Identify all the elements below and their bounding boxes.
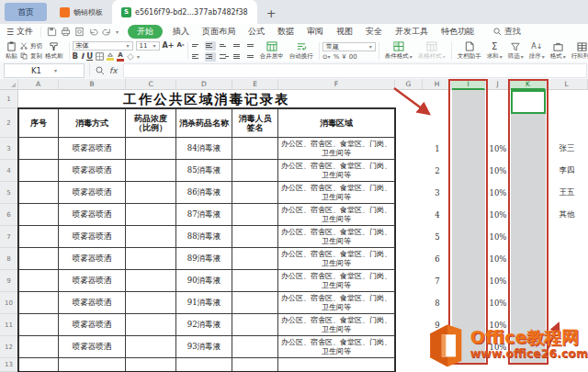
column-header-K[interactable]: K bbox=[511, 79, 546, 90]
cell-J-percent[interactable]: 10% bbox=[485, 160, 511, 182]
table-cell[interactable]: 办公区、宿舍区、食堂区、门岗、卫生间等 bbox=[278, 182, 395, 204]
table-cell[interactable]: 办公区、宿舍区、食堂区、门岗、卫生间等 bbox=[278, 292, 395, 314]
save-icon[interactable] bbox=[47, 27, 57, 37]
format-painter-button[interactable]: 格式刷 bbox=[42, 40, 66, 62]
table-cell[interactable]: 办公区、宿舍区、食堂区、门岗、卫生间等 bbox=[278, 160, 395, 182]
justify-button[interactable] bbox=[232, 52, 243, 62]
row-header-10[interactable]: 10 bbox=[0, 292, 18, 314]
table-cell[interactable] bbox=[18, 270, 59, 292]
quick-access-caret-icon[interactable]: ▾ bbox=[116, 28, 119, 35]
cell-H-number[interactable]: 2 bbox=[423, 160, 452, 182]
cell-L-name[interactable]: 李四 bbox=[546, 160, 588, 182]
table-cell[interactable] bbox=[18, 358, 59, 372]
tab-view[interactable]: 视图 bbox=[330, 26, 359, 38]
table-cell[interactable]: 89消毒液 bbox=[176, 248, 232, 270]
cell-H-number[interactable]: 3 bbox=[423, 182, 452, 204]
table-cell[interactable] bbox=[232, 292, 278, 314]
new-tab-button[interactable]: + bbox=[266, 6, 277, 20]
clear-format-icon[interactable] bbox=[127, 53, 134, 61]
column-header-L[interactable]: L bbox=[546, 79, 588, 90]
table-cell[interactable]: 喷雾器喷洒 bbox=[59, 336, 126, 358]
cell-L-name[interactable]: 张三 bbox=[546, 138, 588, 160]
tab-page-layout[interactable]: 页面布局 bbox=[196, 26, 242, 38]
table-cell[interactable] bbox=[278, 358, 395, 372]
tab-insert[interactable]: 插入 bbox=[166, 26, 196, 38]
active-cell-K1[interactable] bbox=[511, 90, 546, 114]
table-cell[interactable] bbox=[18, 314, 59, 336]
table-cell[interactable] bbox=[232, 248, 278, 270]
table-cell[interactable]: 办公区、宿舍区、食堂区、门岗、卫生间等 bbox=[278, 314, 395, 336]
row-header-12[interactable]: 12 bbox=[0, 336, 18, 358]
table-header-cell[interactable]: 消毒方式 bbox=[59, 108, 126, 138]
file-menu-button[interactable]: ☰ 文件 bbox=[0, 27, 41, 38]
table-cell[interactable] bbox=[126, 226, 176, 248]
number-format-select[interactable]: 常规▾ bbox=[322, 42, 376, 51]
cell-J-percent[interactable]: 10% bbox=[485, 270, 511, 292]
cell-J-percent[interactable]: 10% bbox=[485, 182, 511, 204]
table-cell[interactable] bbox=[126, 138, 176, 160]
filter-button[interactable]: 筛选▾ bbox=[505, 40, 526, 62]
table-cell[interactable] bbox=[126, 270, 176, 292]
cell-J-percent[interactable]: 10% bbox=[485, 292, 511, 314]
table-cell[interactable] bbox=[18, 204, 59, 226]
table-cell[interactable] bbox=[232, 314, 278, 336]
table-cell[interactable] bbox=[126, 336, 176, 358]
row-header-11[interactable]: 11 bbox=[0, 314, 18, 336]
table-cell[interactable] bbox=[18, 182, 59, 204]
tab-data[interactable]: 数据 bbox=[271, 26, 300, 38]
table-cell[interactable]: 办公区、宿舍区、食堂区、门岗、卫生间等 bbox=[278, 336, 395, 358]
magnifier-icon[interactable] bbox=[96, 66, 105, 75]
table-cell[interactable] bbox=[59, 358, 126, 372]
row-header-6[interactable]: 6 bbox=[0, 204, 18, 226]
table-cell[interactable] bbox=[232, 138, 278, 160]
select-all-corner[interactable] bbox=[0, 79, 18, 90]
italic-button[interactable]: I bbox=[81, 52, 84, 61]
row-header-4[interactable]: 4 bbox=[0, 160, 18, 182]
fill-color-button[interactable] bbox=[107, 52, 114, 61]
paste-button[interactable]: 粘贴 bbox=[3, 40, 20, 62]
table-cell[interactable] bbox=[126, 292, 176, 314]
comma-style-button[interactable]: ¥ bbox=[342, 53, 345, 61]
table-cell[interactable]: 喷雾器喷洒 bbox=[59, 182, 126, 204]
table-cell[interactable]: 喷雾器喷洒 bbox=[59, 314, 126, 336]
cell-L-name[interactable]: 其他 bbox=[546, 204, 588, 226]
row-header-13[interactable]: 13 bbox=[0, 358, 18, 372]
decrease-font-button[interactable]: A- bbox=[176, 42, 184, 49]
cell-J-percent[interactable]: 10% bbox=[485, 204, 511, 226]
cut-button[interactable]: 剪切 bbox=[20, 42, 42, 51]
row-header-3[interactable]: 3 bbox=[0, 138, 18, 160]
column-header-A[interactable]: A bbox=[18, 79, 59, 90]
table-cell[interactable]: 办公区、宿舍区、食堂区、门岗、卫生间等 bbox=[278, 226, 395, 248]
tab-template[interactable]: 畅销模板 bbox=[51, 0, 112, 24]
sort-button[interactable]: A↓ 排序▾ bbox=[526, 40, 548, 62]
decrease-indent-button[interactable] bbox=[232, 41, 243, 51]
table-cell[interactable]: 办公区、宿舍区、食堂区、门岗、卫生间等 bbox=[278, 248, 395, 270]
tab-formulas[interactable]: 公式 bbox=[242, 26, 271, 38]
align-top-button[interactable] bbox=[191, 41, 202, 51]
sum-button[interactable]: Σ 求和▾ bbox=[484, 40, 505, 62]
table-cell[interactable]: 喷雾器喷洒 bbox=[59, 248, 126, 270]
tab-home[interactable]: 开始 bbox=[128, 25, 163, 39]
copy-button[interactable]: 复制 bbox=[20, 52, 42, 61]
table-cell[interactable] bbox=[18, 226, 59, 248]
table-cell[interactable] bbox=[18, 336, 59, 358]
table-cell[interactable] bbox=[18, 160, 59, 182]
decimal-buttons[interactable]: 00 bbox=[349, 53, 357, 61]
tab-current-document[interactable]: S e5616f79-bd2...377ab7482f38 bbox=[112, 0, 257, 24]
table-cell[interactable] bbox=[232, 160, 278, 182]
table-header-cell[interactable]: 药品浓度 （比例） bbox=[126, 108, 176, 138]
table-cell[interactable] bbox=[18, 292, 59, 314]
row-header-9[interactable]: 9 bbox=[0, 270, 18, 292]
preview-icon[interactable] bbox=[74, 27, 85, 37]
wrap-text-button[interactable]: 自动换行 bbox=[287, 40, 316, 62]
table-title[interactable]: 工作公共区域消毒记录表 bbox=[18, 90, 395, 108]
tab-security[interactable]: 安全 bbox=[359, 26, 389, 38]
table-cell[interactable]: 92消毒液 bbox=[176, 314, 232, 336]
cell-L-name[interactable]: 王五 bbox=[546, 182, 588, 204]
table-cell[interactable]: 90消毒液 bbox=[176, 270, 232, 292]
table-header-cell[interactable]: 消杀药品名称 bbox=[176, 108, 232, 138]
row-header-7[interactable]: 7 bbox=[0, 226, 18, 248]
table-cell[interactable]: 91消毒液 bbox=[176, 292, 232, 314]
align-right-button[interactable] bbox=[219, 52, 230, 62]
search-button[interactable]: 查找 bbox=[493, 26, 521, 38]
